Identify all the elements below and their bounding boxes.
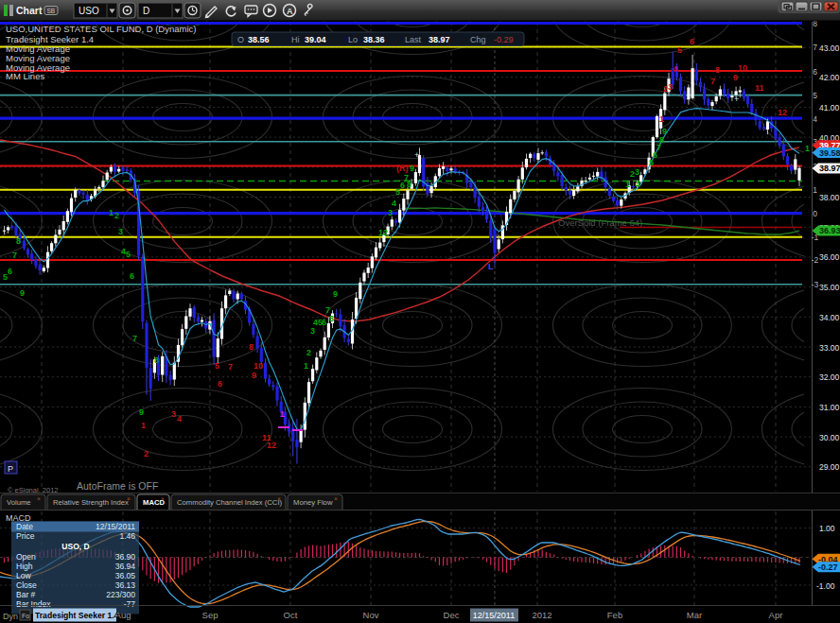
svg-text:3: 3: [171, 409, 176, 419]
svg-text:1: 1: [813, 185, 817, 195]
svg-text:36.00: 36.00: [819, 252, 840, 262]
svg-text:+: +: [414, 150, 419, 160]
svg-text:1.00: 1.00: [819, 524, 835, 533]
svg-text:Aug: Aug: [115, 610, 131, 620]
svg-text:(R): (R): [396, 164, 409, 173]
svg-text:Bar #: Bar #: [16, 590, 36, 599]
svg-text:Bar Index: Bar Index: [16, 599, 51, 609]
svg-text:Apr: Apr: [769, 610, 783, 620]
svg-text:9: 9: [139, 407, 144, 417]
svg-text:3: 3: [388, 208, 393, 217]
svg-text:36.94: 36.94: [115, 562, 136, 571]
svg-text:×: ×: [161, 495, 165, 502]
svg-text:223/300: 223/300: [106, 590, 135, 599]
svg-text:L: L: [488, 262, 494, 271]
svg-text:D: D: [143, 6, 149, 16]
svg-text:2: 2: [383, 228, 388, 237]
svg-text:1: 1: [141, 421, 146, 430]
svg-text:-0.27: -0.27: [818, 562, 838, 572]
svg-text:1: 1: [280, 409, 285, 419]
svg-text:3: 3: [635, 167, 639, 177]
svg-text:7: 7: [12, 251, 17, 260]
svg-text:Dec: Dec: [444, 610, 460, 620]
svg-text:1: 1: [625, 180, 630, 189]
svg-text:36.93: 36.93: [819, 226, 840, 235]
svg-text:4: 4: [392, 199, 396, 208]
svg-text:6: 6: [813, 67, 817, 77]
svg-text:5: 5: [215, 361, 219, 371]
svg-text:Hi: Hi: [291, 35, 300, 44]
svg-text:7: 7: [132, 334, 137, 343]
svg-text:Lo: Lo: [348, 35, 358, 44]
svg-text:-3: -3: [812, 280, 819, 289]
svg-text:USO,UNITED STATES OIL FUND, D: USO,UNITED STATES OIL FUND, D (Dynamic): [6, 24, 196, 34]
svg-text:×: ×: [127, 495, 131, 502]
svg-text:6: 6: [322, 318, 326, 327]
svg-text:USO, D: USO, D: [61, 542, 89, 551]
svg-text:36.13: 36.13: [115, 580, 136, 590]
svg-text:Last: Last: [405, 35, 422, 44]
svg-text:-2: -2: [812, 255, 819, 265]
svg-text:Oct: Oct: [284, 610, 298, 620]
svg-text:Chg: Chg: [470, 35, 486, 44]
svg-text:×: ×: [37, 495, 41, 502]
svg-text:5: 5: [677, 45, 682, 55]
svg-text:O: O: [237, 35, 244, 44]
svg-text:12: 12: [267, 441, 276, 450]
svg-text:8: 8: [715, 65, 720, 75]
svg-text:33.00: 33.00: [819, 343, 840, 353]
svg-text:Dyn: Dyn: [3, 612, 18, 621]
svg-text:4: 4: [673, 64, 677, 74]
svg-text:3: 3: [118, 227, 123, 236]
svg-text:1: 1: [659, 114, 664, 124]
svg-text:Date: Date: [16, 522, 33, 531]
svg-text:9: 9: [252, 371, 256, 380]
svg-text:Low: Low: [16, 571, 31, 580]
svg-text:1: 1: [805, 144, 810, 153]
svg-text:Nov: Nov: [363, 610, 379, 620]
svg-text:4: 4: [177, 414, 182, 424]
svg-text:A: A: [287, 7, 293, 16]
svg-text:11: 11: [755, 83, 764, 93]
svg-text:Chart: Chart: [16, 5, 43, 16]
svg-text:29.00: 29.00: [819, 462, 840, 472]
svg-text:42.00: 42.00: [819, 73, 840, 82]
svg-text:8: 8: [659, 135, 664, 145]
svg-text:5: 5: [126, 250, 131, 259]
svg-text:Price: Price: [16, 531, 35, 541]
svg-text:32.00: 32.00: [819, 372, 840, 382]
svg-text:High: High: [16, 562, 33, 571]
svg-text:10: 10: [254, 361, 263, 371]
svg-text:Tradesight Seeker 1.4: Tradesight Seeker 1.4: [35, 611, 119, 620]
svg-text:8: 8: [154, 355, 159, 365]
svg-text:Mar: Mar: [687, 610, 702, 620]
svg-text:38.97: 38.97: [819, 164, 840, 173]
svg-text:Money Flow: Money Flow: [293, 498, 333, 507]
svg-text:1: 1: [109, 208, 114, 217]
svg-text:Commodity Channel Index (CCI): Commodity Channel Index (CCI): [177, 498, 283, 507]
svg-text:12/15/2011: 12/15/2011: [96, 522, 135, 531]
svg-text:3: 3: [310, 326, 315, 336]
svg-text:×: ×: [277, 495, 281, 502]
svg-text:8: 8: [16, 236, 21, 246]
svg-text:41.00: 41.00: [819, 103, 840, 112]
svg-text:0: 0: [813, 209, 817, 218]
svg-text:6: 6: [218, 379, 222, 389]
svg-text:2: 2: [114, 211, 119, 220]
svg-text:Relative Strength Index: Relative Strength Index: [53, 498, 129, 507]
svg-text:-1.00: -1.00: [816, 581, 835, 591]
svg-text:2: 2: [144, 449, 149, 459]
svg-text:7: 7: [813, 43, 817, 52]
svg-text:7: 7: [710, 77, 715, 86]
svg-text:30.00: 30.00: [819, 433, 840, 442]
svg-text:Close: Close: [16, 580, 37, 590]
svg-text:SB: SB: [47, 8, 56, 14]
svg-text:35.00: 35.00: [819, 283, 840, 292]
svg-text:-77: -77: [124, 599, 136, 609]
svg-text:P: P: [8, 464, 13, 474]
svg-text:9: 9: [662, 127, 667, 136]
svg-text:8: 8: [249, 342, 254, 352]
svg-text:USO: USO: [79, 6, 99, 16]
svg-text:9: 9: [20, 288, 25, 298]
svg-text:1: 1: [304, 361, 308, 371]
